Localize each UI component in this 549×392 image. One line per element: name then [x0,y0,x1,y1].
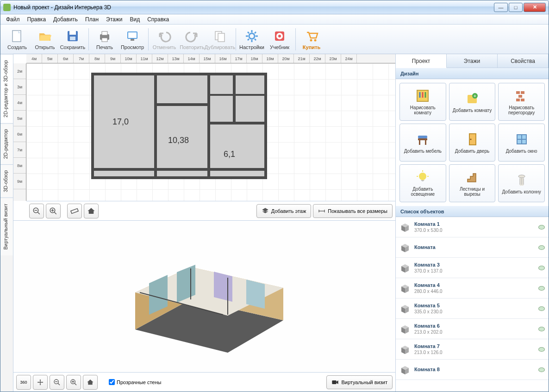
svg-rect-8 [128,32,137,38]
show-dimensions-button[interactable]: Показывать все размеры [313,204,393,218]
svg-line-49 [58,383,60,385]
toolbar: СоздатьОткрытьСохранитьПечатьПросмотрОтм… [0,25,549,54]
vtab-3d[interactable]: 3D-обзор [0,164,13,198]
design-cell-0[interactable]: Нарисовать комнату [399,83,446,121]
canvas-area: 4м5м6м7м8м9м10м11м12м13м14м15м16м17м18м1… [13,54,396,392]
add-floor-button[interactable]: Добавить этаж [256,204,311,218]
design-section-header: Дизайн [396,68,549,79]
duplicate-button: Дублировать [206,26,234,53]
design-cell-3[interactable]: Добавить мебель [399,124,446,162]
svg-line-30 [54,212,56,214]
preview-button[interactable]: Просмотр [119,26,146,53]
visibility-icon[interactable] [538,286,545,291]
visibility-icon[interactable] [538,306,545,311]
vtab-2d-3d[interactable]: 2D-редактор и 3D-обзор [0,54,13,123]
close-button[interactable]: ✕ [524,3,546,12]
design-cell-5[interactable]: Добавить окно [498,124,545,162]
zoom-in-button[interactable] [46,204,61,218]
undo-button: Отменить [150,26,178,53]
design-cell-1[interactable]: +Добавить комнату [449,83,496,121]
tab-project[interactable]: Проект [396,54,447,68]
cube-icon [399,345,411,354]
design-icon [415,170,430,185]
svg-marker-44 [246,280,265,309]
design-icon [465,132,480,147]
zoom-out-button[interactable] [29,204,44,218]
transparent-walls-checkbox[interactable]: Прозрачные стены [109,379,161,385]
design-cell-8[interactable]: Добавить колонну [498,164,545,202]
svg-point-82 [518,175,525,178]
2d-view[interactable]: 4м5м6м7м8м9м10м11м12м13м14м15м16м17м18м1… [13,54,395,221]
design-icon [514,132,529,147]
ruler-button[interactable] [67,204,82,218]
reset-view-button[interactable] [83,375,98,390]
virtual-visit-button[interactable]: Виртуальный визит [326,375,393,389]
vtab-virtual[interactable]: Виртуальный визит [0,198,13,255]
buy-button[interactable]: Купить [298,26,325,53]
object-item[interactable]: Комната [396,237,549,258]
create-icon [10,29,25,44]
cube-icon [399,324,411,334]
3d-view[interactable]: 360 Прозрачные стены Виртуальный визит [13,221,395,392]
tutorial-icon [272,29,287,44]
cube-icon [399,304,411,313]
zoom-in-3d-button[interactable] [66,375,81,390]
orbit-button[interactable]: 360 [16,375,31,390]
visibility-icon[interactable] [538,245,545,250]
pan-button[interactable] [33,375,48,390]
tab-properties[interactable]: Свойства [498,54,549,68]
tutorial-button[interactable]: Учебник [266,26,293,53]
tab-floors[interactable]: Этажи [447,54,498,68]
design-cell-2[interactable]: Нарисовать перегородку [498,83,545,121]
svg-rect-11 [218,33,225,42]
menu-view[interactable]: Вид [126,15,143,24]
visibility-icon[interactable] [538,347,545,352]
svg-rect-33 [71,208,78,213]
object-item[interactable]: Комната 1370.0 x 530.0 [396,217,549,237]
visibility-icon[interactable] [538,367,545,372]
object-item[interactable]: Комната 3370.0 x 137.0 [396,258,549,278]
open-button[interactable]: Открыть [31,26,59,53]
minimize-button[interactable]: — [494,3,508,12]
zoom-out-3d-button[interactable] [50,375,64,390]
object-item[interactable]: Комната 7213.0 x 126.0 [396,339,549,360]
object-item[interactable]: Комната 5335.0 x 230.0 [396,299,549,319]
design-cell-6[interactable]: Добавить освещение [399,164,446,202]
svg-point-25 [314,39,317,41]
save-button[interactable]: Сохранить [59,26,87,53]
svg-point-73 [470,138,471,140]
svg-rect-9 [131,39,134,41]
menu-floors[interactable]: Этажи [102,15,126,24]
svg-rect-67 [521,99,524,101]
design-cell-7[interactable]: Лестницы и вырезы [449,164,496,202]
object-item[interactable]: Комната 8 [396,360,549,380]
menu-file[interactable]: Файл [2,15,24,24]
maximize-button[interactable]: □ [509,3,523,12]
home-button[interactable] [84,204,99,218]
menu-add[interactable]: Добавить [50,15,81,24]
vtab-2d[interactable]: 2D-редактор [0,123,13,164]
svg-rect-69 [419,140,420,145]
visibility-icon[interactable] [538,327,545,331]
svg-rect-66 [516,99,520,101]
print-button[interactable]: Печать [91,26,119,53]
visibility-icon[interactable] [538,266,545,270]
cube-icon [399,365,411,374]
svg-line-18 [255,39,256,40]
create-button[interactable]: Создать [3,26,31,53]
svg-rect-63 [516,91,520,94]
object-item[interactable]: Комната 4280.0 x 446.0 [396,278,549,299]
3d-toolbar: 360 Прозрачные стены Виртуальный визит [13,372,395,392]
design-cell-4[interactable]: Добавить дверь [449,124,496,162]
object-item[interactable]: Комната 6213.0 x 202.0 [396,319,549,339]
menu-plan[interactable]: План [81,15,102,24]
settings-button[interactable]: Настройки [238,26,266,53]
visibility-icon[interactable] [538,225,545,230]
right-panel: Проект Этажи Свойства Дизайн Нарисовать … [396,54,549,392]
svg-rect-64 [521,91,524,94]
svg-line-27 [37,212,40,214]
menu-edit[interactable]: Правка [24,15,50,24]
print-icon [97,29,112,44]
main-area: 2D-редактор и 3D-обзор 2D-редактор 3D-об… [0,54,549,392]
menu-help[interactable]: Справка [143,15,173,24]
